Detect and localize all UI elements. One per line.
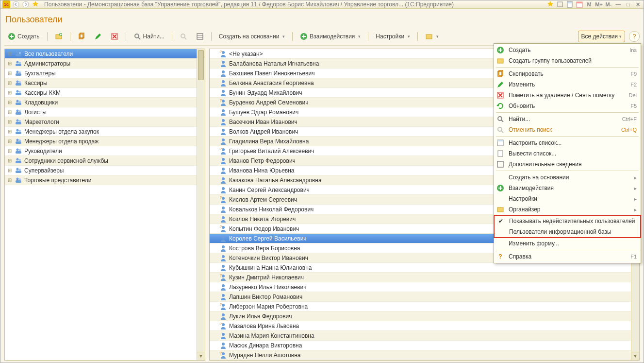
expand-icon[interactable]: ⊞ bbox=[7, 168, 13, 173]
group-row[interactable]: ⊞Сотрудники сервисной службы bbox=[5, 156, 197, 166]
user-label: Балабанова Наталья Игнатьевна bbox=[229, 60, 319, 67]
user-row[interactable]: ?Либерзон Мария Робертовна bbox=[210, 302, 631, 311]
svg-point-47 bbox=[19, 130, 21, 132]
user-row[interactable]: Мазина Мария Константиновна bbox=[210, 331, 631, 341]
expand-icon[interactable]: ⊞ bbox=[7, 80, 13, 86]
expand-icon[interactable]: ⊞ bbox=[7, 119, 13, 124]
menu-extra-info[interactable]: Дополнительные сведения bbox=[494, 159, 641, 170]
user-icon bbox=[219, 215, 227, 223]
create-button[interactable]: Создать bbox=[4, 31, 43, 42]
user-row[interactable]: ?Мазалова Ирина Львовна bbox=[210, 321, 631, 331]
menu-output-list[interactable]: Вывести список... bbox=[494, 148, 641, 159]
expand-icon[interactable]: ⊞ bbox=[7, 100, 13, 105]
user-label: Иванов Петр Федорович bbox=[229, 157, 296, 164]
memory-mminus-button[interactable]: M- bbox=[605, 0, 612, 8]
group-row[interactable]: ⊞Маркетологи bbox=[5, 117, 197, 127]
group-row[interactable]: ⊞Кассиры bbox=[5, 78, 197, 88]
memory-m-button[interactable]: M bbox=[585, 0, 593, 8]
menu-cancel-find[interactable]: Отменить поискCtrl+Q bbox=[494, 124, 641, 135]
find-button[interactable]: Найти... bbox=[130, 31, 168, 42]
menu-organizer[interactable]: Органайзер bbox=[494, 204, 641, 215]
group-row[interactable]: ⊞Супервайзеры bbox=[5, 166, 197, 175]
menu-refresh[interactable]: ОбновитьF5 bbox=[494, 101, 641, 111]
group-row[interactable]: ⊞Администраторы bbox=[5, 59, 197, 69]
expand-icon[interactable]: ⊟ bbox=[7, 51, 13, 56]
group-row[interactable]: ⊞Кассиры ККМ bbox=[5, 88, 197, 98]
scroll-down-icon[interactable]: ▼ bbox=[631, 352, 639, 360]
menu-configure-list[interactable]: Настроить список... bbox=[494, 138, 641, 148]
menu-interactions[interactable]: Взаимодействия bbox=[494, 183, 641, 193]
group-row[interactable]: ⊞Менеджеры отдела продаж bbox=[5, 137, 197, 146]
expand-icon[interactable]: ⊞ bbox=[7, 70, 13, 76]
scroll-thumb[interactable] bbox=[198, 50, 204, 80]
menu-ib-users[interactable]: Пользователи информационной базы bbox=[495, 226, 640, 237]
group-row[interactable]: ⊞Менеджеры отдела закупок bbox=[5, 127, 197, 137]
create-based-button[interactable]: Создать на основании bbox=[215, 31, 289, 42]
group-row[interactable]: ⊞Торговые представители bbox=[5, 175, 197, 185]
delete-mark-button[interactable] bbox=[107, 31, 122, 42]
edit-button[interactable] bbox=[91, 31, 105, 42]
menu-edit[interactable]: ИзменитьF2 bbox=[494, 79, 641, 90]
scroll-down-icon[interactable]: ▼ bbox=[197, 352, 205, 360]
user-row[interactable]: Лазуренко Илья Николаевич bbox=[210, 282, 631, 292]
expand-icon[interactable]: ⊞ bbox=[7, 129, 13, 134]
user-row[interactable]: ?Кузин Дмитрий Николаевич bbox=[210, 273, 631, 282]
menu-settings[interactable]: Настройки bbox=[494, 193, 641, 204]
list-settings-button[interactable] bbox=[193, 31, 207, 42]
close-button[interactable]: ✕ bbox=[634, 0, 642, 8]
copy-button[interactable] bbox=[74, 31, 89, 42]
expand-icon[interactable]: ⊞ bbox=[7, 109, 13, 115]
menu-copy[interactable]: СкопироватьF9 bbox=[494, 69, 641, 79]
svg-point-102 bbox=[222, 343, 225, 346]
user-row[interactable]: Лапшин Виктор Романович bbox=[210, 292, 631, 302]
interactions-button[interactable]: Взаимодействия bbox=[297, 31, 364, 42]
submenu-arrow-icon bbox=[631, 206, 637, 213]
user-row[interactable]: Масюк Динара Викторовна bbox=[210, 341, 631, 350]
create-group-button[interactable] bbox=[51, 31, 66, 42]
expand-icon[interactable]: ⊞ bbox=[7, 61, 13, 66]
menu-create-group[interactable]: Создать группу пользователей bbox=[494, 55, 641, 66]
expand-icon[interactable]: ⊞ bbox=[7, 148, 13, 154]
maximize-button[interactable]: □ bbox=[624, 0, 632, 8]
menu-change-form[interactable]: Изменить форму... bbox=[494, 238, 641, 249]
user-label: Волков Андрей Иванович bbox=[229, 128, 298, 135]
menu-find[interactable]: Найти...Ctrl+F bbox=[494, 114, 641, 124]
expand-icon[interactable]: ⊞ bbox=[7, 177, 13, 183]
menu-show-invalid-users[interactable]: ✔Показывать недействительных пользовател… bbox=[495, 216, 640, 226]
user-icon bbox=[219, 157, 227, 165]
all-actions-button[interactable]: Все действия bbox=[578, 31, 625, 42]
menu-help[interactable]: ?СправкаF1 bbox=[494, 251, 641, 262]
expand-icon[interactable]: ⊞ bbox=[7, 90, 13, 95]
calculator-icon[interactable] bbox=[566, 0, 574, 8]
memory-mplus-button[interactable]: M+ bbox=[595, 0, 603, 8]
group-row[interactable]: ⊞Руководители bbox=[5, 146, 197, 156]
nav-forward-icon[interactable] bbox=[22, 0, 30, 8]
expand-icon[interactable]: ⊞ bbox=[7, 138, 13, 144]
favorite-star-icon[interactable] bbox=[32, 0, 39, 8]
group-row[interactable]: ⊟Все пользователи bbox=[5, 49, 197, 59]
menu-create[interactable]: СоздатьIns bbox=[494, 45, 641, 55]
menu-create-based[interactable]: Создать на основании bbox=[494, 172, 641, 183]
menu-mark-delete[interactable]: Пометить на удаление / Снять пометкуDel bbox=[494, 90, 641, 101]
expand-icon[interactable]: ⊞ bbox=[7, 158, 13, 163]
extra-button[interactable] bbox=[422, 31, 442, 42]
add-favorite-icon[interactable] bbox=[546, 0, 554, 8]
settings-button[interactable]: Настройки bbox=[372, 31, 413, 42]
groups-list[interactable]: ⊟Все пользователи⊞Администраторы⊞Бухгалт… bbox=[5, 49, 197, 360]
groups-scrollbar[interactable]: ▲ ▼ bbox=[197, 49, 205, 360]
help-button[interactable]: ? bbox=[629, 31, 640, 42]
group-row[interactable]: ⊞Бухгалтеры bbox=[5, 69, 197, 78]
user-row[interactable]: Лукин Илья Федорович bbox=[210, 311, 631, 321]
user-icon bbox=[219, 176, 227, 184]
user-row[interactable]: Кубышкина Наина Юлиановна bbox=[210, 263, 631, 273]
user-row[interactable]: ?Мурадян Нелли Ашотовна bbox=[210, 350, 631, 360]
cancel-find-button[interactable] bbox=[176, 31, 191, 42]
minimize-button[interactable]: — bbox=[614, 0, 622, 8]
group-row[interactable]: ⊞Логисты bbox=[5, 107, 197, 117]
history-icon[interactable] bbox=[556, 0, 564, 8]
nav-back-icon[interactable] bbox=[12, 0, 20, 8]
calendar-icon[interactable] bbox=[576, 0, 583, 8]
svg-point-70 bbox=[222, 100, 225, 103]
group-row[interactable]: ⊞Кладовщики bbox=[5, 98, 197, 107]
user-label: Котеночкин Виктор Иванович bbox=[229, 255, 308, 261]
